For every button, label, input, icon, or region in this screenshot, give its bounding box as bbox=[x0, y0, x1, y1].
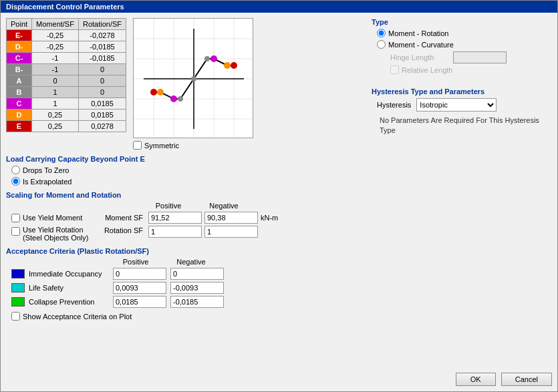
svg-point-12 bbox=[150, 89, 157, 95]
rotation-sf-negative[interactable] bbox=[204, 226, 258, 238]
criteria-color-2 bbox=[11, 297, 25, 307]
steel-objects-label: (Steel Objects Only) bbox=[23, 234, 96, 242]
col-header-rotation: Rotation/SF bbox=[78, 19, 126, 30]
table-cell-moment-8: 0,25 bbox=[32, 121, 79, 132]
moment-sf-positive[interactable] bbox=[148, 212, 202, 224]
criteria-label-1: Life Safety bbox=[29, 284, 109, 292]
use-yield-moment-checkbox[interactable] bbox=[11, 214, 20, 222]
rotation-sf-positive[interactable] bbox=[148, 226, 202, 238]
moment-curvature-option[interactable]: Moment - Curvature bbox=[377, 40, 552, 49]
hysteresis-dropdown[interactable]: Isotropic Kinematic Takeda bbox=[416, 98, 497, 112]
moment-curvature-radio[interactable] bbox=[377, 40, 386, 49]
is-extrapolated-label: Is Extrapolated bbox=[23, 178, 72, 186]
svg-point-15 bbox=[178, 96, 183, 102]
drops-to-zero-label: Drops To Zero bbox=[23, 166, 69, 174]
ok-button[interactable]: OK bbox=[456, 373, 496, 386]
drops-to-zero-radio[interactable] bbox=[11, 166, 20, 174]
col-header-point: Point bbox=[7, 19, 32, 30]
moment-curvature-label: Moment - Curvature bbox=[388, 41, 454, 49]
criteria-label-2: Collapse Prevention bbox=[29, 298, 109, 306]
table-cell-label-0: E- bbox=[7, 30, 32, 41]
moment-rotation-radio[interactable] bbox=[377, 29, 386, 37]
criteria-negative-1[interactable] bbox=[170, 282, 224, 294]
hinge-length-row: Hinge Length bbox=[390, 51, 552, 63]
table-cell-label-3: B- bbox=[7, 64, 32, 75]
table-cell-rotation-5: 0 bbox=[78, 87, 126, 98]
acceptance-title: Acceptance Criteria (Plastic Rotation/SF… bbox=[6, 247, 366, 255]
criteria-row-1: Life Safety bbox=[11, 282, 366, 294]
load-capacity-title: Load Carrying Capacity Beyond Point E bbox=[6, 155, 366, 163]
table-cell-moment-2: -1 bbox=[32, 53, 79, 64]
acceptance-content: Positive Negative Immediate OccupancyLif… bbox=[11, 258, 366, 321]
criteria-positive-0[interactable] bbox=[113, 268, 166, 280]
moment-sf-label: Moment SF bbox=[99, 214, 146, 222]
hysteresis-section: Hysteresis Type and Parameters Hysteresi… bbox=[372, 87, 552, 136]
table-cell-moment-3: -1 bbox=[32, 64, 79, 75]
table-cell-label-5: B bbox=[7, 87, 32, 98]
table-cell-rotation-3: 0 bbox=[78, 64, 126, 75]
scaling-title: Scaling for Moment and Rotation bbox=[6, 191, 366, 199]
hysteresis-content: Hysteresis Isotropic Kinematic Takeda No… bbox=[377, 98, 552, 136]
rotation-sf-label: Rotation SF bbox=[99, 226, 146, 234]
show-on-plot-label: Show Acceptance Criteria on Plot bbox=[23, 313, 132, 321]
scaling-content: Positive Negative Use Yield Moment Momen… bbox=[11, 202, 366, 242]
table-cell-label-2: C- bbox=[7, 53, 32, 64]
yield-rotation-labels: Use Yield Rotation (Steel Objects Only) bbox=[23, 226, 96, 242]
use-yield-rotation-checkbox[interactable] bbox=[11, 227, 20, 236]
table-cell-label-7: D bbox=[7, 110, 32, 121]
criteria-row-2: Collapse Prevention bbox=[11, 296, 366, 308]
criteria-row-0: Immediate Occupancy bbox=[11, 268, 366, 280]
acceptance-col-positive: Positive bbox=[109, 258, 162, 266]
displacement-table: Point Moment/SF Rotation/SF E--0,25-0,02… bbox=[6, 18, 126, 132]
symmetric-checkbox[interactable] bbox=[133, 141, 142, 150]
data-table: Point Moment/SF Rotation/SF E--0,25-0,02… bbox=[6, 18, 126, 132]
scaling-headers: Positive Negative bbox=[142, 202, 366, 210]
hysteresis-label: Hysteresis bbox=[377, 101, 411, 109]
table-cell-moment-6: 1 bbox=[32, 98, 79, 110]
moment-unit: kN-m bbox=[261, 214, 278, 222]
symmetric-row: Symmetric bbox=[133, 141, 179, 150]
table-cell-rotation-2: -0,0185 bbox=[78, 53, 126, 64]
table-cell-rotation-7: 0,0185 bbox=[78, 110, 126, 121]
show-on-plot-row[interactable]: Show Acceptance Criteria on Plot bbox=[11, 312, 366, 321]
table-cell-label-1: D- bbox=[7, 41, 32, 53]
point-chart bbox=[133, 18, 253, 138]
svg-point-16 bbox=[191, 76, 196, 81]
is-extrapolated-radio[interactable] bbox=[11, 177, 20, 186]
criteria-rows: Immediate OccupancyLife SafetyCollapse P… bbox=[11, 268, 366, 308]
criteria-negative-2[interactable] bbox=[170, 296, 224, 308]
chart-svg bbox=[134, 19, 254, 139]
criteria-positive-1[interactable] bbox=[113, 282, 166, 294]
dialog: Displacement Control Parameters Point Mo… bbox=[0, 0, 558, 392]
svg-point-17 bbox=[204, 56, 210, 61]
criteria-negative-0[interactable] bbox=[170, 268, 224, 280]
svg-point-19 bbox=[224, 62, 231, 69]
show-on-plot-checkbox[interactable] bbox=[11, 312, 20, 321]
right-panel: Type Moment - Rotation Moment - Curvatur… bbox=[372, 18, 552, 386]
table-cell-label-8: E bbox=[7, 121, 32, 132]
type-title: Type bbox=[372, 18, 552, 26]
svg-point-18 bbox=[211, 55, 217, 62]
load-capacity-section: Load Carrying Capacity Beyond Point E Dr… bbox=[6, 155, 366, 186]
svg-point-20 bbox=[231, 62, 237, 69]
table-cell-moment-7: 0,25 bbox=[32, 110, 79, 121]
cancel-button[interactable]: Cancel bbox=[501, 373, 552, 386]
table-cell-rotation-6: 0,0185 bbox=[78, 98, 126, 110]
is-extrapolated-option[interactable]: Is Extrapolated bbox=[11, 177, 366, 186]
criteria-positive-2[interactable] bbox=[113, 296, 166, 308]
bottom-buttons: OK Cancel bbox=[372, 367, 552, 386]
type-section: Type Moment - Rotation Moment - Curvatur… bbox=[372, 18, 552, 74]
moment-rotation-option[interactable]: Moment - Rotation bbox=[377, 29, 552, 37]
symmetric-label: Symmetric bbox=[144, 142, 179, 150]
hysteresis-select-row: Hysteresis Isotropic Kinematic Takeda bbox=[377, 98, 552, 112]
relative-length-checkbox bbox=[390, 65, 399, 74]
criteria-color-0 bbox=[11, 269, 25, 278]
table-cell-moment-0: -0,25 bbox=[32, 30, 79, 41]
svg-point-13 bbox=[157, 89, 164, 95]
drops-to-zero-option[interactable]: Drops To Zero bbox=[11, 166, 366, 174]
moment-sf-negative[interactable] bbox=[204, 212, 258, 224]
table-cell-moment-5: 1 bbox=[32, 87, 79, 98]
table-cell-rotation-0: -0,0278 bbox=[78, 30, 126, 41]
dialog-title: Displacement Control Parameters bbox=[1, 1, 557, 13]
load-capacity-options: Drops To Zero Is Extrapolated bbox=[11, 166, 366, 186]
